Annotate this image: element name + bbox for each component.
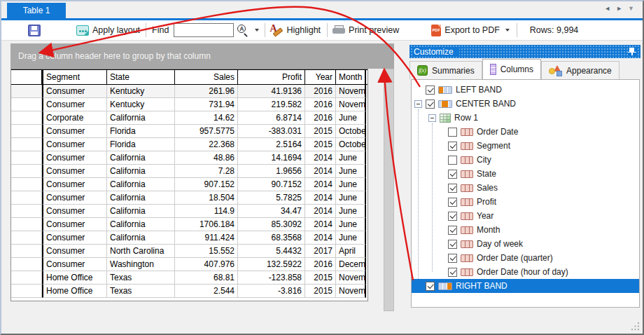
grid-cell[interactable]: Consumer	[42, 165, 107, 178]
grid-cell[interactable]: Consumer	[42, 85, 107, 98]
tab-summaries[interactable]: f(x)Summaries	[410, 61, 482, 79]
grid-cell[interactable]: Consumer	[42, 151, 107, 165]
tree-item-sales[interactable]: Sales	[412, 181, 639, 195]
table-row[interactable]: ConsumerCalifornia7.281.96562014June	[11, 165, 368, 178]
grid-cell[interactable]: California	[107, 191, 175, 205]
grid-cell[interactable]: Texas	[107, 271, 175, 285]
table-row[interactable]: ConsumerCalifornia907.15290.71522014June	[11, 178, 368, 191]
grid-cell[interactable]: 2016	[305, 111, 336, 125]
checkbox[interactable]	[426, 86, 435, 95]
grid-cell[interactable]: 132.5922	[238, 258, 305, 271]
grid-cell[interactable]: 219.582	[238, 98, 305, 111]
grid-cell[interactable]: California	[107, 218, 175, 231]
grid-cell[interactable]: 18.504	[175, 191, 238, 205]
grid-cell[interactable]: 2015	[305, 285, 336, 298]
export-to-pdf-button[interactable]: PDF Export to PDF	[431, 25, 510, 36]
row-indicator-cell[interactable]	[11, 231, 42, 245]
grid-cell[interactable]: Consumer	[42, 138, 107, 151]
grid-cell[interactable]: 2014	[305, 218, 336, 231]
tab-list-dropdown-icon[interactable]: ▼	[628, 5, 636, 12]
grid-cell[interactable]: Consumer	[42, 98, 107, 111]
grid-header-cell[interactable]: Sales	[175, 70, 238, 84]
grid-cell[interactable]: November	[336, 285, 366, 298]
checkbox[interactable]	[448, 156, 457, 165]
grid-cell[interactable]: 34.47	[238, 205, 305, 218]
grid-cell[interactable]: Home Office	[42, 271, 107, 285]
grid-cell[interactable]: 22.368	[175, 138, 238, 151]
grid-cell[interactable]: 85.3092	[238, 218, 305, 231]
grid-header-cell[interactable]: State	[107, 70, 175, 84]
pin-icon[interactable]	[628, 47, 636, 57]
row-indicator-cell[interactable]	[11, 138, 42, 151]
row-indicator-cell[interactable]	[11, 258, 42, 271]
table-row[interactable]: ConsumerCalifornia1706.18485.30922014Jun…	[11, 218, 368, 231]
tree-item-order-date-quarter-[interactable]: Order Date (quarter)	[412, 251, 639, 265]
tree-item-day-of-week[interactable]: Day of week	[412, 237, 639, 251]
row-indicator-cell[interactable]	[11, 111, 42, 125]
grid-cell[interactable]: Corporate	[42, 111, 107, 125]
checkbox[interactable]	[448, 240, 457, 249]
grid-cell[interactable]: June	[336, 218, 366, 231]
grid-cell[interactable]: 2014	[305, 165, 336, 178]
grid-header-cell[interactable]	[11, 70, 42, 84]
grid-cell[interactable]: April	[336, 245, 366, 258]
grid-cell[interactable]: 6.8714	[238, 111, 305, 125]
checkbox[interactable]	[448, 254, 457, 263]
print-preview-button[interactable]: Print preview	[332, 25, 399, 35]
grid-cell[interactable]: 41.9136	[238, 85, 305, 98]
collapse-expander-icon[interactable]	[428, 114, 436, 122]
grid-cell[interactable]: November	[336, 271, 366, 285]
save-button[interactable]	[28, 25, 41, 36]
grid-cell[interactable]: 14.62	[175, 111, 238, 125]
tree-item-left-band[interactable]: LEFT BAND	[412, 83, 639, 97]
grid-cell[interactable]: 907.152	[175, 178, 238, 191]
row-indicator-cell[interactable]	[11, 98, 42, 111]
find-input[interactable]	[174, 23, 234, 37]
checkbox[interactable]	[448, 212, 457, 221]
grid-cell[interactable]: 5.4432	[238, 245, 305, 258]
row-indicator-cell[interactable]	[11, 125, 42, 138]
grid-cell[interactable]: Florida	[107, 125, 175, 138]
grid-cell[interactable]: June	[336, 165, 366, 178]
window-resize-grip[interactable]	[631, 322, 639, 330]
tab-columns[interactable]: Columns	[482, 59, 541, 79]
grid-cell[interactable]: 2015	[305, 271, 336, 285]
grid-cell[interactable]: Consumer	[42, 258, 107, 271]
grid-cell[interactable]: June	[336, 191, 366, 205]
tree-item-segment[interactable]: Segment	[412, 139, 639, 153]
grid-cell[interactable]: 407.976	[175, 258, 238, 271]
grid-cell[interactable]: Kentucky	[107, 85, 175, 98]
grid-cell[interactable]: 957.5775	[175, 125, 238, 138]
grid-cell[interactable]: Kentucky	[107, 98, 175, 111]
grid-cell[interactable]: 5.7825	[238, 191, 305, 205]
grid-cell[interactable]: 90.7152	[238, 178, 305, 191]
grid-cell[interactable]: 2016	[305, 98, 336, 111]
row-indicator-cell[interactable]	[11, 165, 42, 178]
tree-item-order-date-hour-of-day-[interactable]: Order Date (hour of day)	[412, 265, 639, 279]
grid-header-cell[interactable]: Segment	[42, 70, 107, 84]
grid-cell[interactable]: Texas	[107, 285, 175, 298]
grid-cell[interactable]: June	[336, 231, 366, 245]
row-indicator-cell[interactable]	[11, 218, 42, 231]
apply-layout-button[interactable]: Apply layout	[76, 25, 140, 36]
grid-cell[interactable]: October	[336, 125, 366, 138]
grid-cell[interactable]: November	[336, 98, 366, 111]
checkbox[interactable]	[426, 100, 435, 109]
checkbox[interactable]	[448, 268, 457, 277]
checkbox[interactable]	[448, 184, 457, 193]
table-row[interactable]: ConsumerCalifornia114.934.472014June	[11, 205, 368, 218]
table-row[interactable]: ConsumerCalifornia911.42468.35682014June	[11, 231, 368, 245]
grid-cell[interactable]: Home Office	[42, 285, 107, 298]
grid-cell[interactable]: California	[107, 165, 175, 178]
table-row[interactable]: CorporateCalifornia14.626.87142016June	[11, 111, 368, 125]
highlight-button[interactable]: A Highlight	[270, 25, 321, 36]
grid-cell[interactable]: October	[336, 138, 366, 151]
grid-cell[interactable]: 48.86	[175, 151, 238, 165]
grid-cell[interactable]: Consumer	[42, 178, 107, 191]
grid-cell[interactable]: California	[107, 231, 175, 245]
checkbox[interactable]	[448, 142, 457, 151]
grid-cell[interactable]: 2015	[305, 138, 336, 151]
grid-cell[interactable]: 2.544	[175, 285, 238, 298]
row-indicator-cell[interactable]	[11, 271, 42, 285]
grid-cell[interactable]: Florida	[107, 138, 175, 151]
